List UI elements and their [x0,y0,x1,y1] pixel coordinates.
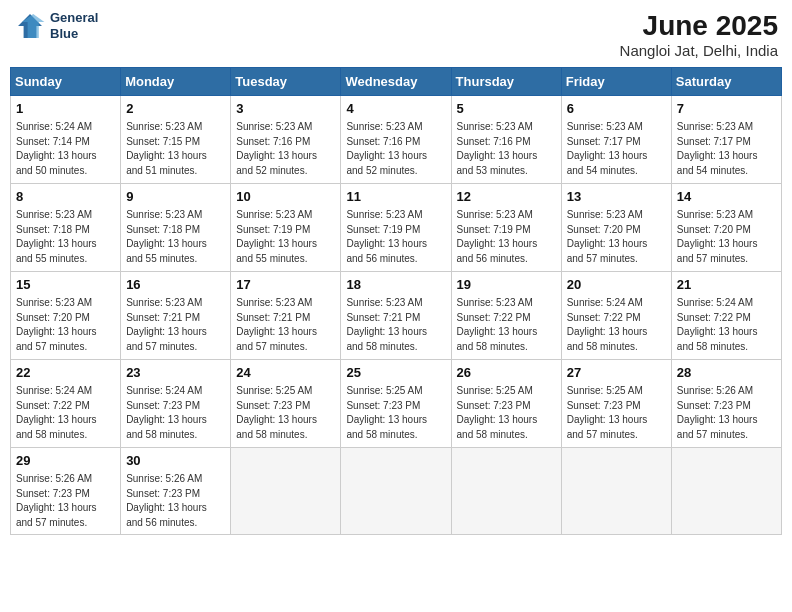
day-number: 10 [236,188,335,206]
table-row: 14 Sunrise: 5:23 AMSunset: 7:20 PMDaylig… [671,184,781,272]
day-info: Sunrise: 5:25 AMSunset: 7:23 PMDaylight:… [346,385,427,440]
day-number: 26 [457,364,556,382]
table-row: 10 Sunrise: 5:23 AMSunset: 7:19 PMDaylig… [231,184,341,272]
calendar-table: Sunday Monday Tuesday Wednesday Thursday… [10,67,782,535]
day-number: 27 [567,364,666,382]
calendar-week-row: 29 Sunrise: 5:26 AMSunset: 7:23 PMDaylig… [11,448,782,535]
day-info: Sunrise: 5:24 AMSunset: 7:22 PMDaylight:… [16,385,97,440]
table-row: 13 Sunrise: 5:23 AMSunset: 7:20 PMDaylig… [561,184,671,272]
month-title: June 2025 [620,10,778,42]
day-number: 1 [16,100,115,118]
table-row: 1 Sunrise: 5:24 AMSunset: 7:14 PMDayligh… [11,96,121,184]
day-number: 2 [126,100,225,118]
table-row [561,448,671,535]
table-row: 16 Sunrise: 5:23 AMSunset: 7:21 PMDaylig… [121,272,231,360]
day-info: Sunrise: 5:23 AMSunset: 7:22 PMDaylight:… [457,297,538,352]
day-info: Sunrise: 5:23 AMSunset: 7:21 PMDaylight:… [126,297,207,352]
day-number: 9 [126,188,225,206]
col-friday: Friday [561,68,671,96]
day-info: Sunrise: 5:23 AMSunset: 7:20 PMDaylight:… [677,209,758,264]
day-info: Sunrise: 5:24 AMSunset: 7:22 PMDaylight:… [677,297,758,352]
day-info: Sunrise: 5:26 AMSunset: 7:23 PMDaylight:… [677,385,758,440]
table-row: 29 Sunrise: 5:26 AMSunset: 7:23 PMDaylig… [11,448,121,535]
calendar-week-row: 22 Sunrise: 5:24 AMSunset: 7:22 PMDaylig… [11,360,782,448]
day-number: 8 [16,188,115,206]
logo-line2: Blue [50,26,98,42]
day-number: 23 [126,364,225,382]
day-number: 24 [236,364,335,382]
day-number: 6 [567,100,666,118]
day-number: 25 [346,364,445,382]
table-row: 25 Sunrise: 5:25 AMSunset: 7:23 PMDaylig… [341,360,451,448]
calendar-week-row: 1 Sunrise: 5:24 AMSunset: 7:14 PMDayligh… [11,96,782,184]
calendar-week-row: 8 Sunrise: 5:23 AMSunset: 7:18 PMDayligh… [11,184,782,272]
table-row: 2 Sunrise: 5:23 AMSunset: 7:15 PMDayligh… [121,96,231,184]
table-row: 19 Sunrise: 5:23 AMSunset: 7:22 PMDaylig… [451,272,561,360]
table-row: 5 Sunrise: 5:23 AMSunset: 7:16 PMDayligh… [451,96,561,184]
day-number: 28 [677,364,776,382]
table-row: 28 Sunrise: 5:26 AMSunset: 7:23 PMDaylig… [671,360,781,448]
day-info: Sunrise: 5:23 AMSunset: 7:19 PMDaylight:… [346,209,427,264]
day-info: Sunrise: 5:23 AMSunset: 7:20 PMDaylight:… [567,209,648,264]
day-number: 14 [677,188,776,206]
day-number: 12 [457,188,556,206]
col-thursday: Thursday [451,68,561,96]
day-info: Sunrise: 5:24 AMSunset: 7:23 PMDaylight:… [126,385,207,440]
table-row: 21 Sunrise: 5:24 AMSunset: 7:22 PMDaylig… [671,272,781,360]
table-row [451,448,561,535]
day-number: 18 [346,276,445,294]
day-number: 3 [236,100,335,118]
table-row: 11 Sunrise: 5:23 AMSunset: 7:19 PMDaylig… [341,184,451,272]
page-header: General Blue June 2025 Nangloi Jat, Delh… [10,10,782,59]
day-info: Sunrise: 5:25 AMSunset: 7:23 PMDaylight:… [457,385,538,440]
day-number: 7 [677,100,776,118]
logo: General Blue [14,10,98,42]
day-number: 4 [346,100,445,118]
day-info: Sunrise: 5:23 AMSunset: 7:18 PMDaylight:… [126,209,207,264]
day-number: 29 [16,452,115,470]
day-number: 11 [346,188,445,206]
table-row: 18 Sunrise: 5:23 AMSunset: 7:21 PMDaylig… [341,272,451,360]
table-row: 23 Sunrise: 5:24 AMSunset: 7:23 PMDaylig… [121,360,231,448]
table-row: 27 Sunrise: 5:25 AMSunset: 7:23 PMDaylig… [561,360,671,448]
day-info: Sunrise: 5:23 AMSunset: 7:15 PMDaylight:… [126,121,207,176]
day-number: 20 [567,276,666,294]
day-number: 19 [457,276,556,294]
logo-icon [14,10,46,42]
table-row: 9 Sunrise: 5:23 AMSunset: 7:18 PMDayligh… [121,184,231,272]
day-info: Sunrise: 5:23 AMSunset: 7:16 PMDaylight:… [457,121,538,176]
col-saturday: Saturday [671,68,781,96]
day-number: 21 [677,276,776,294]
table-row: 6 Sunrise: 5:23 AMSunset: 7:17 PMDayligh… [561,96,671,184]
col-tuesday: Tuesday [231,68,341,96]
day-info: Sunrise: 5:24 AMSunset: 7:22 PMDaylight:… [567,297,648,352]
table-row: 3 Sunrise: 5:23 AMSunset: 7:16 PMDayligh… [231,96,341,184]
day-info: Sunrise: 5:23 AMSunset: 7:17 PMDaylight:… [677,121,758,176]
col-sunday: Sunday [11,68,121,96]
table-row: 26 Sunrise: 5:25 AMSunset: 7:23 PMDaylig… [451,360,561,448]
day-number: 15 [16,276,115,294]
table-row: 20 Sunrise: 5:24 AMSunset: 7:22 PMDaylig… [561,272,671,360]
table-row: 15 Sunrise: 5:23 AMSunset: 7:20 PMDaylig… [11,272,121,360]
day-info: Sunrise: 5:23 AMSunset: 7:18 PMDaylight:… [16,209,97,264]
col-monday: Monday [121,68,231,96]
table-row [231,448,341,535]
table-row: 12 Sunrise: 5:23 AMSunset: 7:19 PMDaylig… [451,184,561,272]
table-row [341,448,451,535]
day-info: Sunrise: 5:26 AMSunset: 7:23 PMDaylight:… [16,473,97,528]
day-number: 30 [126,452,225,470]
table-row: 24 Sunrise: 5:25 AMSunset: 7:23 PMDaylig… [231,360,341,448]
day-info: Sunrise: 5:23 AMSunset: 7:17 PMDaylight:… [567,121,648,176]
day-info: Sunrise: 5:23 AMSunset: 7:21 PMDaylight:… [236,297,317,352]
day-info: Sunrise: 5:26 AMSunset: 7:23 PMDaylight:… [126,473,207,528]
table-row: 17 Sunrise: 5:23 AMSunset: 7:21 PMDaylig… [231,272,341,360]
day-info: Sunrise: 5:23 AMSunset: 7:19 PMDaylight:… [457,209,538,264]
day-number: 13 [567,188,666,206]
day-info: Sunrise: 5:23 AMSunset: 7:16 PMDaylight:… [346,121,427,176]
table-row: 30 Sunrise: 5:26 AMSunset: 7:23 PMDaylig… [121,448,231,535]
table-row: 7 Sunrise: 5:23 AMSunset: 7:17 PMDayligh… [671,96,781,184]
table-row [671,448,781,535]
day-info: Sunrise: 5:23 AMSunset: 7:16 PMDaylight:… [236,121,317,176]
day-info: Sunrise: 5:23 AMSunset: 7:20 PMDaylight:… [16,297,97,352]
col-wednesday: Wednesday [341,68,451,96]
